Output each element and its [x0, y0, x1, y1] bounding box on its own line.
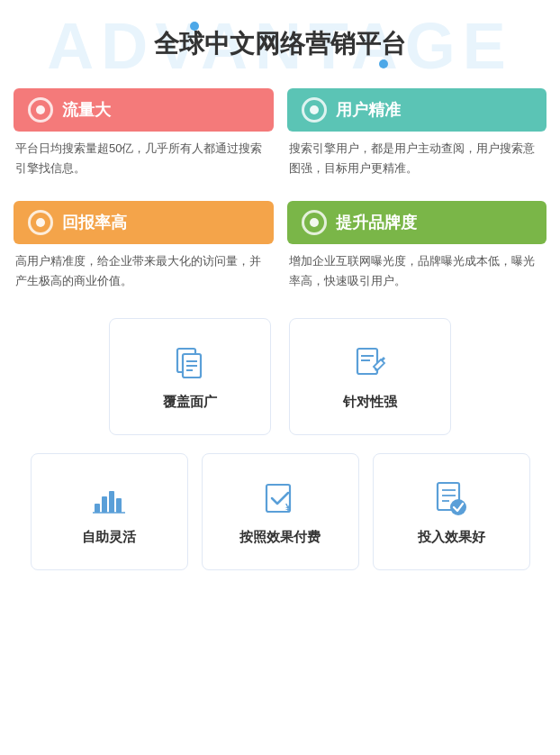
- advantage-precision: 用户精准 搜索引擎用户，都是用户主动查阅，用户搜索意图强，目标用户更精准。: [287, 88, 547, 187]
- desc-precision: 搜索引擎用户，都是用户主动查阅，用户搜索意图强，目标用户更精准。: [287, 132, 547, 187]
- targeted-icon: [350, 343, 390, 383]
- badge-precision: 用户精准: [287, 88, 547, 132]
- target-icon-traffic: [28, 97, 53, 123]
- feature-coverage: 覆盖面广: [109, 318, 271, 435]
- badge-roi: 回报率高: [14, 201, 274, 244]
- advantage-traffic: 流量大 平台日均搜索量超50亿，几乎所有人都通过搜索引擎找信息。: [14, 88, 274, 187]
- header-section: ADVANTAGE 全球中文网络营销平台: [0, 0, 560, 79]
- advantage-roi: 回报率高 高用户精准度，给企业带来最大化的访问量，并产生极高的商业价值。: [14, 201, 274, 300]
- feature-flexible: 自助灵活: [31, 453, 188, 570]
- features-bottom-section: 自助灵活 ¥ 按照效果付费 投入效果好: [0, 444, 560, 588]
- target-icon-precision: [302, 97, 327, 123]
- target-icon-roi: [28, 210, 53, 235]
- advantage-brand: 提升品牌度 增加企业互联网曝光度，品牌曝光成本低，曝光率高，快速吸引用户。: [287, 201, 547, 300]
- svg-rect-8: [95, 504, 100, 513]
- feature-pay-effect: ¥ 按照效果付费: [202, 453, 359, 570]
- svg-point-19: [450, 499, 466, 515]
- badge-precision-label: 用户精准: [336, 99, 401, 121]
- svg-rect-10: [109, 491, 114, 513]
- badge-traffic: 流量大: [14, 88, 274, 132]
- advantages-section: 流量大 平台日均搜索量超50亿，几乎所有人都通过搜索引擎找信息。 用户精准 搜索…: [0, 79, 560, 300]
- feature-roi-good-label: 投入效果好: [418, 529, 485, 546]
- feature-coverage-label: 覆盖面广: [163, 394, 217, 411]
- desc-roi: 高用户精准度，给企业带来最大化的访问量，并产生极高的商业价值。: [14, 244, 274, 300]
- coverage-icon: [170, 343, 210, 383]
- feature-pay-effect-label: 按照效果付费: [239, 529, 321, 546]
- flexible-icon: [89, 478, 129, 518]
- feature-roi-good: 投入效果好: [373, 453, 530, 570]
- svg-rect-11: [116, 498, 122, 513]
- features-top-section: 覆盖面广 针对性强: [0, 300, 560, 444]
- feature-targeted-label: 针对性强: [343, 394, 397, 411]
- badge-traffic-label: 流量大: [62, 99, 111, 121]
- feature-flexible-label: 自助灵活: [82, 529, 136, 546]
- pay-effect-icon: ¥: [260, 478, 300, 518]
- badge-roi-label: 回报率高: [62, 212, 127, 233]
- badge-brand: 提升品牌度: [287, 201, 547, 244]
- feature-targeted: 针对性强: [289, 318, 451, 435]
- roi-good-icon: [431, 478, 471, 518]
- badge-brand-label: 提升品牌度: [336, 212, 417, 233]
- target-icon-brand: [302, 210, 327, 235]
- desc-traffic: 平台日均搜索量超50亿，几乎所有人都通过搜索引擎找信息。: [14, 132, 274, 187]
- svg-text:¥: ¥: [285, 502, 292, 513]
- desc-brand: 增加企业互联网曝光度，品牌曝光成本低，曝光率高，快速吸引用户。: [287, 244, 547, 300]
- svg-rect-9: [102, 496, 107, 513]
- header-title: 全球中文网络营销平台: [154, 27, 406, 61]
